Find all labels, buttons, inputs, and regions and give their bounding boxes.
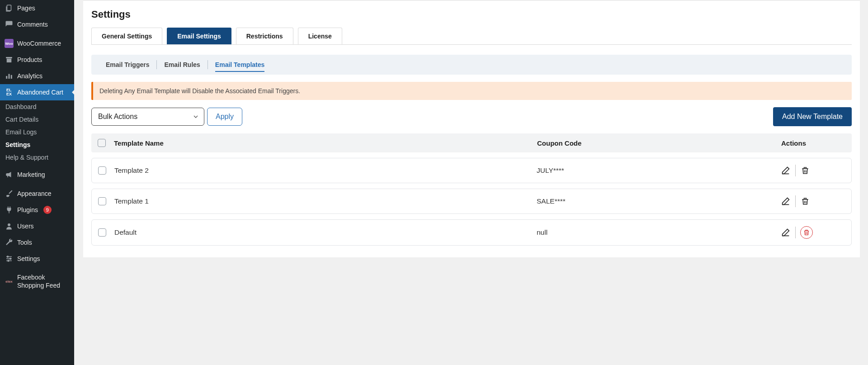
- templates-table: Template Name Coupon Code Actions Templa…: [91, 133, 852, 246]
- row-checkbox[interactable]: [98, 166, 106, 175]
- tab-general-settings[interactable]: General Settings: [91, 28, 162, 44]
- templates-toolbar: Bulk Actions Apply Add New Template: [91, 107, 852, 126]
- tab-email-settings[interactable]: Email Settings: [167, 28, 231, 44]
- admin-sidebar: Pages Comments Woo WooCommerce Products …: [0, 0, 74, 365]
- cell-coupon-code: SALE****: [537, 197, 781, 205]
- archive-icon: [5, 55, 14, 64]
- add-new-template-button[interactable]: Add New Template: [773, 107, 852, 126]
- sidebar-item-users[interactable]: Users: [0, 218, 74, 234]
- edit-icon[interactable]: [781, 228, 791, 237]
- settings-tabs: General Settings Email Settings Restrict…: [91, 28, 852, 45]
- svg-rect-2: [7, 59, 12, 62]
- svg-point-9: [8, 260, 9, 261]
- sidebar-item-appearance[interactable]: Appearance: [0, 185, 74, 202]
- trash-icon[interactable]: [800, 226, 813, 239]
- bulk-actions-select[interactable]: Bulk Actions: [91, 108, 204, 126]
- subtab-email-templates[interactable]: Email Templates: [208, 60, 272, 69]
- sidebar-label: WooCommerce: [17, 39, 61, 47]
- plugins-update-badge: 9: [43, 206, 52, 214]
- submenu-item-settings[interactable]: Settings: [0, 138, 74, 151]
- sidebar-label: Marketing: [17, 171, 45, 179]
- sidebar-label: Abandoned Cart: [17, 88, 63, 96]
- plug-icon: [5, 205, 14, 214]
- sidebar-label: Settings: [17, 255, 40, 263]
- col-coupon-code: Coupon Code: [537, 139, 781, 147]
- user-icon: [5, 222, 14, 231]
- email-subtabs: Email Triggers Email Rules Email Templat…: [91, 55, 852, 75]
- edit-icon[interactable]: [781, 196, 791, 206]
- select-all-checkbox[interactable]: [98, 139, 106, 147]
- table-row: Default null: [91, 219, 852, 246]
- sidebar-item-analytics[interactable]: Analytics: [0, 68, 74, 84]
- svg-point-7: [7, 256, 9, 257]
- submenu-item-dashboard[interactable]: Dashboard: [0, 100, 74, 113]
- col-actions: Actions: [781, 139, 849, 147]
- sidebar-item-plugins[interactable]: Plugins 9: [0, 202, 74, 218]
- sidebar-item-settings[interactable]: Settings: [0, 251, 74, 267]
- warning-notice: Deleting Any Email Template will Disable…: [91, 82, 852, 100]
- submenu-item-email-logs[interactable]: Email Logs: [0, 126, 74, 138]
- apply-button[interactable]: Apply: [207, 108, 242, 126]
- megaphone-icon: [5, 170, 14, 179]
- svg-rect-4: [9, 74, 10, 79]
- bulk-actions-label: Bulk Actions: [98, 113, 137, 121]
- svg-rect-3: [6, 76, 7, 79]
- chevron-down-icon: [192, 113, 199, 120]
- sidebar-label: Users: [17, 222, 34, 230]
- page-title: Settings: [91, 3, 852, 28]
- sliders-icon: [5, 254, 14, 263]
- svg-point-8: [10, 258, 11, 260]
- trash-icon[interactable]: [800, 196, 810, 206]
- main-area: Settings General Settings Email Settings…: [74, 0, 868, 365]
- sidebar-item-products[interactable]: Products: [0, 52, 74, 68]
- sidebar-label: Tools: [17, 238, 32, 246]
- svg-rect-0: [7, 5, 11, 10]
- sidebar-label: Analytics: [17, 72, 42, 80]
- row-checkbox[interactable]: [98, 197, 106, 205]
- elex-icon: elex: [5, 277, 14, 286]
- divider: [795, 165, 796, 176]
- submenu-item-cart-details[interactable]: Cart Details: [0, 113, 74, 126]
- subtab-email-triggers[interactable]: Email Triggers: [99, 60, 157, 69]
- table-row: Template 2 JULY****: [91, 158, 852, 183]
- sidebar-item-comments[interactable]: Comments: [0, 16, 74, 33]
- pages-icon: [5, 4, 14, 13]
- comment-icon: [5, 20, 14, 29]
- trash-icon[interactable]: [800, 166, 810, 175]
- sidebar-item-facebook-feed[interactable]: elex Facebook Shopping Feed: [0, 270, 74, 293]
- divider: [795, 227, 796, 238]
- cell-template-name: Template 2: [114, 166, 537, 175]
- woo-icon: Woo: [5, 39, 14, 48]
- sidebar-item-abandoned-cart[interactable]: ELEX Abandoned Cart: [0, 84, 74, 100]
- bars-icon: [5, 71, 14, 81]
- cell-template-name: Template 1: [114, 197, 537, 205]
- submenu-item-help[interactable]: Help & Support: [0, 151, 74, 164]
- sidebar-label: Pages: [17, 4, 35, 12]
- table-row: Template 1 SALE****: [91, 189, 852, 214]
- subtab-email-rules[interactable]: Email Rules: [157, 60, 208, 69]
- sidebar-label: Appearance: [17, 190, 52, 198]
- sidebar-label: Comments: [17, 20, 48, 28]
- row-checkbox[interactable]: [98, 228, 106, 237]
- wrench-icon: [5, 238, 14, 247]
- tab-restrictions[interactable]: Restrictions: [236, 28, 293, 44]
- col-template-name: Template Name: [114, 139, 537, 147]
- sidebar-item-woocommerce[interactable]: Woo WooCommerce: [0, 35, 74, 52]
- sidebar-item-marketing[interactable]: Marketing: [0, 166, 74, 183]
- brush-icon: [5, 189, 14, 198]
- edit-icon[interactable]: [781, 166, 791, 175]
- sidebar-label: Facebook Shopping Feed: [17, 273, 70, 289]
- cell-template-name: Default: [114, 228, 537, 237]
- svg-rect-5: [11, 75, 12, 79]
- sidebar-label: Products: [17, 56, 42, 64]
- sidebar-item-tools[interactable]: Tools: [0, 234, 74, 251]
- elex-icon: ELEX: [5, 88, 14, 97]
- tab-license[interactable]: License: [298, 28, 342, 44]
- sidebar-item-pages[interactable]: Pages: [0, 0, 74, 16]
- settings-panel: Settings General Settings Email Settings…: [83, 0, 860, 257]
- cell-coupon-code: JULY****: [537, 166, 781, 175]
- sidebar-label: Plugins: [17, 206, 38, 214]
- svg-point-6: [8, 223, 10, 226]
- cell-coupon-code: null: [537, 228, 781, 237]
- table-header: Template Name Coupon Code Actions: [91, 133, 852, 152]
